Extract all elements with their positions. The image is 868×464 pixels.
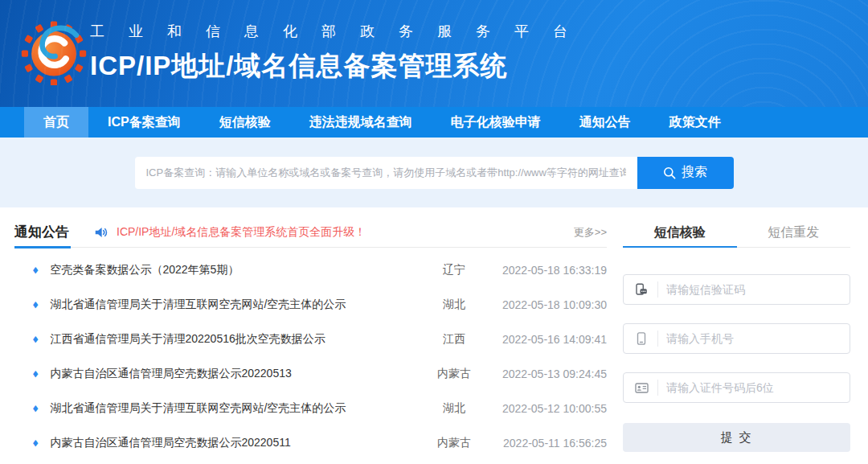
notice-region: 辽宁	[422, 263, 486, 277]
id-number-field	[623, 372, 850, 403]
platform-name: 工业和信息化部政务服务平台	[90, 22, 592, 41]
notice-region: 湖北	[422, 401, 486, 416]
notice-title[interactable]: 江西省通信管理局关于清理20220516批次空壳数据公示	[50, 332, 422, 347]
search-button[interactable]: 搜索	[637, 157, 734, 189]
search-section: 搜索	[0, 138, 868, 207]
diamond-bullet-icon: ◆	[33, 334, 38, 344]
headline-link[interactable]: ICP/IP地址/域名信息备案管理系统首页全面升级！	[117, 225, 574, 240]
notice-title[interactable]: 内蒙古自治区通信管理局空壳数据公示20220511	[50, 436, 422, 450]
notice-region: 湖北	[422, 298, 486, 312]
notice-title[interactable]: 湖北省通信管理局关于清理互联网空壳网站/空壳主体的公示	[50, 401, 422, 416]
field-divider	[657, 380, 658, 396]
search-box: 搜索	[135, 157, 734, 189]
sms-tabs: 短信核验 短信重发	[623, 217, 850, 248]
search-button-label: 搜索	[682, 164, 707, 181]
nav-item-announcements[interactable]: 通知公告	[560, 107, 650, 138]
notice-datetime: 2022-05-18 16:33:19	[486, 264, 607, 277]
page: 工业和信息化部政务服务平台 ICP/IP地址/域名信息备案管理系统 首页 ICP…	[0, 0, 868, 464]
notices-section: 通知公告 ICP/IP地址/域名信息备案管理系统首页全面升级！ 更多>> ◆ 空…	[14, 217, 607, 460]
megaphone-icon	[93, 225, 108, 240]
notice-row[interactable]: ◆ 湖北省通信管理局关于清理互联网空壳网站/空壳主体的公示 湖北 2022-05…	[14, 287, 607, 322]
page-title: ICP/IP地址/域名信息备案管理系统	[90, 48, 592, 84]
tab-sms-verify[interactable]: 短信核验	[623, 217, 737, 247]
notice-row[interactable]: ◆ 内蒙古自治区通信管理局空壳数据公示20220513 内蒙古 2022-05-…	[14, 356, 607, 391]
sms-code-input[interactable]	[666, 283, 850, 296]
diamond-bullet-icon: ◆	[33, 403, 38, 413]
notice-title[interactable]: 内蒙古自治区通信管理局空壳数据公示20220513	[50, 367, 422, 381]
notice-title[interactable]: 空壳类备案数据公示（2022年第5期）	[50, 263, 422, 277]
submit-button[interactable]: 提 交	[623, 423, 850, 452]
nav-item-sms-verify[interactable]: 短信核验	[200, 107, 290, 138]
tab-sms-resend[interactable]: 短信重发	[737, 217, 851, 247]
notice-datetime: 2022-05-12 10:00:55	[486, 402, 607, 415]
sms-message-icon	[633, 282, 649, 297]
sms-code-field	[623, 274, 850, 305]
header-text: 工业和信息化部政务服务平台 ICP/IP地址/域名信息备案管理系统	[90, 22, 592, 84]
nav-item-illegal-domain-query[interactable]: 违法违规域名查询	[290, 107, 432, 138]
notice-title[interactable]: 湖北省通信管理局关于清理互联网空壳网站/空壳主体的公示	[50, 298, 422, 312]
mobile-phone-icon	[633, 331, 649, 346]
notice-region: 内蒙古	[422, 367, 486, 381]
search-input[interactable]	[135, 157, 637, 189]
main-nav: 首页 ICP备案查询 短信核验 违法违规域名查询 电子化核验申请 通知公告 政策…	[0, 107, 868, 138]
section-title: 通知公告	[14, 217, 69, 247]
id-card-icon	[633, 380, 649, 396]
diamond-bullet-icon: ◆	[33, 368, 38, 379]
notice-datetime: 2022-05-11 16:56:25	[486, 437, 607, 450]
nav-item-icp-query[interactable]: ICP备案查询	[88, 107, 200, 138]
notice-region: 江西	[422, 332, 486, 347]
notice-list: ◆ 空壳类备案数据公示（2022年第5期） 辽宁 2022-05-18 16:3…	[14, 253, 607, 460]
search-icon	[663, 166, 676, 179]
nav-item-e-verification[interactable]: 电子化核验申请	[432, 107, 560, 138]
phone-input[interactable]	[666, 332, 850, 345]
nav-item-home[interactable]: 首页	[24, 107, 88, 138]
sms-panel: 短信核验 短信重发	[623, 217, 850, 460]
site-logo-icon	[21, 19, 87, 85]
notice-row[interactable]: ◆ 江西省通信管理局关于清理20220516批次空壳数据公示 江西 2022-0…	[14, 322, 607, 356]
more-link[interactable]: 更多>>	[574, 225, 607, 240]
field-divider	[657, 281, 658, 298]
field-divider	[657, 331, 658, 347]
diamond-bullet-icon: ◆	[33, 299, 38, 310]
notice-datetime: 2022-05-13 09:24:45	[486, 368, 607, 380]
diamond-bullet-icon: ◆	[33, 265, 38, 275]
notices-header: 通知公告 ICP/IP地址/域名信息备案管理系统首页全面升级！ 更多>>	[14, 217, 607, 248]
id-number-input[interactable]	[666, 381, 850, 394]
notice-row[interactable]: ◆ 湖北省通信管理局关于清理互联网空壳网站/空壳主体的公示 湖北 2022-05…	[14, 391, 607, 425]
main-content: 通知公告 ICP/IP地址/域名信息备案管理系统首页全面升级！ 更多>> ◆ 空…	[0, 207, 868, 460]
nav-item-policy-files[interactable]: 政策文件	[650, 107, 740, 138]
phone-field	[623, 323, 850, 354]
notice-datetime: 2022-05-18 10:09:30	[486, 298, 607, 311]
notice-datetime: 2022-05-16 14:09:41	[486, 333, 607, 346]
notice-region: 内蒙古	[422, 436, 486, 450]
notice-row[interactable]: ◆ 空壳类备案数据公示（2022年第5期） 辽宁 2022-05-18 16:3…	[14, 253, 607, 287]
diamond-bullet-icon: ◆	[33, 437, 38, 448]
notice-row[interactable]: ◆ 内蒙古自治区通信管理局空壳数据公示20220511 内蒙古 2022-05-…	[14, 425, 607, 460]
site-header: 工业和信息化部政务服务平台 ICP/IP地址/域名信息备案管理系统	[0, 0, 868, 107]
